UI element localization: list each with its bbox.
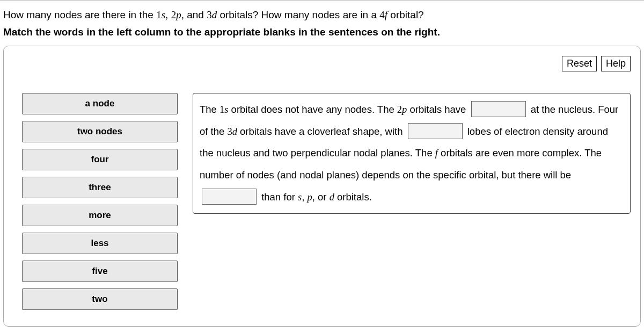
word-item[interactable]: four (22, 149, 178, 170)
s-letter: p (308, 192, 312, 203)
s-text: orbital does not have any nodes. The (228, 104, 397, 115)
s-letter: p (402, 104, 407, 115)
q-text: orbital? (387, 9, 424, 20)
s-num: 3 (227, 126, 232, 137)
controls-row: Reset Help (13, 56, 631, 71)
question-area: How many nodes are there in the 1s, 2p, … (0, 1, 644, 38)
s-letter: d (330, 192, 334, 203)
q-text: orbitals? How many nodes are in a (217, 9, 379, 20)
word-item[interactable]: a node (22, 93, 178, 114)
instruction-text: Match the words in the left column to th… (3, 26, 641, 38)
q-letter: s (162, 9, 165, 20)
q-num: 1 (156, 9, 162, 20)
q-num: 3 (207, 9, 212, 20)
q-num: 2 (171, 9, 177, 20)
q-letter: p (176, 9, 181, 20)
sentence-box: The 1s orbital does not have any nodes. … (193, 93, 631, 214)
q-text: How many nodes are there in the (3, 9, 156, 20)
exercise-container: Reset Help a node two nodes four three m… (3, 46, 641, 327)
s-num: 2 (397, 104, 402, 115)
s-text: than for (259, 191, 298, 203)
word-item[interactable]: two (22, 288, 178, 310)
blank-3[interactable] (202, 189, 257, 205)
s-text: , (302, 191, 307, 203)
word-item[interactable]: two nodes (22, 121, 178, 142)
s-text: , or (312, 191, 330, 203)
s-text: orbitals. (334, 191, 372, 203)
word-item[interactable]: more (22, 205, 178, 226)
reset-button[interactable]: Reset (562, 56, 597, 71)
word-item[interactable]: five (22, 261, 178, 282)
word-item[interactable]: three (22, 177, 178, 198)
blank-2[interactable] (408, 123, 463, 139)
question-text: How many nodes are there in the 1s, 2p, … (3, 9, 641, 21)
help-button[interactable]: Help (601, 56, 631, 71)
s-num: 1 (219, 104, 224, 115)
blank-1[interactable] (471, 101, 526, 117)
exercise-row: a node two nodes four three more less fi… (13, 93, 631, 310)
q-num: 4 (379, 9, 385, 20)
s-text: orbitals have a cloverleaf shape, with (237, 126, 406, 137)
q-sep: , (165, 9, 171, 20)
s-text: The (200, 104, 219, 115)
s-letter: d (232, 126, 237, 137)
word-bank: a node two nodes four three more less fi… (22, 93, 178, 310)
s-text: orbitals have (407, 104, 469, 115)
q-letter: d (212, 9, 217, 20)
q-sep: , and (181, 9, 207, 20)
word-item[interactable]: less (22, 233, 178, 254)
